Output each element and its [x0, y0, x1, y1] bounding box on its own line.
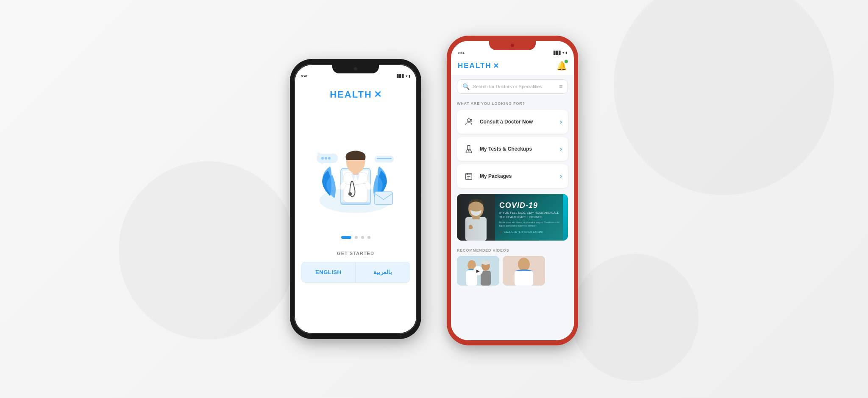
right-status-icons: ▊▊▊ ▾ ▮: [554, 51, 567, 55]
tests-checkups-icon: [463, 143, 475, 155]
covid-teal-accent: [563, 194, 568, 241]
left-app-logo: HEALTH ✕: [330, 89, 381, 100]
welcome-screen: HEALTH ✕: [294, 81, 417, 334]
tests-checkups-arrow: ›: [560, 146, 562, 152]
dot-4: [367, 236, 370, 239]
left-screen-content: HEALTH ✕: [294, 81, 417, 334]
svg-rect-17: [377, 158, 392, 159]
dot-2: [355, 236, 358, 239]
signal-icon: ▊▊▊: [397, 74, 404, 78]
svg-point-20: [348, 192, 352, 196]
svg-point-24: [470, 119, 472, 121]
consult-doctor-icon: [463, 116, 475, 128]
notification-badge: [565, 60, 568, 63]
right-logo-text: HEALTH: [458, 62, 492, 70]
consult-doctor-label: Consult a Doctor Now: [480, 119, 555, 125]
filter-icon[interactable]: ≡: [559, 83, 562, 90]
phone-right: 9:41 ▊▊▊ ▾ ▮ HEALTH ✕: [447, 36, 578, 345]
onboarding-dots: [341, 236, 370, 239]
home-screen: HEALTH ✕ 🔔 🔍 Search for Doctors or Speci…: [451, 57, 574, 341]
svg-point-11: [319, 160, 322, 162]
get-started-label: GET STARTED: [337, 251, 374, 256]
english-button[interactable]: ENGLISH: [301, 262, 356, 282]
left-logo-x: ✕: [374, 89, 381, 100]
section-label-looking-for: WHAT ARE YOU LOOKING FOR?: [451, 98, 574, 108]
svg-rect-18: [375, 192, 392, 205]
language-buttons: ENGLISH بالعربية: [301, 262, 410, 283]
consult-doctor-card[interactable]: Consult a Doctor Now ›: [457, 110, 568, 134]
right-phone-notch: [489, 41, 536, 50]
bg-blob-2: [614, 0, 834, 195]
bg-blob-3: [571, 254, 698, 381]
consult-doctor-arrow: ›: [560, 118, 562, 125]
wifi-icon: ▾: [406, 74, 407, 78]
arabic-button[interactable]: بالعربية: [356, 262, 410, 282]
covid-call-center: 📞 CALL CENTER: 08000 123 456: [499, 230, 564, 234]
svg-rect-40: [515, 271, 533, 286]
svg-rect-31: [457, 194, 495, 241]
right-app-logo: HEALTH ✕: [458, 62, 499, 70]
right-screen-content: HEALTH ✕ 🔔 🔍 Search for Doctors or Speci…: [451, 57, 574, 341]
bg-blob-1: [119, 161, 297, 339]
covid-banner[interactable]: COVID-19 IF YOU FEEL SICK, STAY HOME AND…: [457, 194, 568, 241]
video-thumb-2[interactable]: [503, 256, 545, 286]
left-status-time: 9:41: [301, 74, 308, 78]
right-notch-camera: [511, 44, 514, 47]
svg-point-15: [328, 157, 331, 160]
recommended-videos-section: RECOMMENDED VIDEOS: [451, 245, 574, 287]
recommended-label: RECOMMENDED VIDEOS: [457, 248, 568, 252]
video-thumb-1[interactable]: ▶: [457, 256, 499, 286]
covid-content: COVID-19 IF YOU FEEL SICK, STAY HOME AND…: [495, 194, 568, 241]
tests-checkups-card[interactable]: My Tests & Checkups ›: [457, 137, 568, 161]
tests-checkups-label: My Tests & Checkups: [480, 146, 555, 152]
left-status-icons: ▊▊▊ ▾ ▮: [397, 74, 410, 78]
packages-card[interactable]: My Packages ›: [457, 164, 568, 188]
svg-point-12: [321, 162, 323, 164]
covid-subtitle: IF YOU FEEL SICK, STAY HOME AND CALL THE…: [499, 211, 564, 219]
left-notch-camera: [354, 67, 357, 70]
covid-body-text: Nulla vitae elit libero, a pharetra augu…: [499, 221, 564, 228]
left-logo-text: HEALTH: [330, 89, 372, 100]
battery-icon: ▮: [409, 74, 410, 78]
dot-1: [341, 236, 351, 239]
svg-point-13: [321, 157, 324, 160]
svg-point-25: [468, 150, 470, 152]
covid-title: COVID-19: [499, 202, 564, 209]
phone-icon: 📞: [499, 230, 503, 234]
covid-person-photo: [457, 194, 495, 241]
svg-point-37: [481, 261, 490, 265]
packages-label: My Packages: [480, 173, 555, 179]
left-phone-notch: [332, 64, 379, 73]
home-header: HEALTH ✕ 🔔: [451, 57, 574, 75]
svg-point-39: [518, 258, 530, 271]
phone-left: 9:41 ▊▊▊ ▾ ▮ HEALTH ✕: [290, 59, 421, 339]
dot-3: [361, 236, 364, 239]
scene: 9:41 ▊▊▊ ▾ ▮ HEALTH ✕: [0, 0, 868, 398]
phones-container: 9:41 ▊▊▊ ▾ ▮ HEALTH ✕: [290, 53, 578, 345]
doctor-illustration: [309, 107, 402, 226]
search-bar[interactable]: 🔍 Search for Doctors or Specialities ≡: [457, 79, 568, 94]
search-input[interactable]: Search for Doctors or Specialities: [473, 84, 556, 89]
notification-bell[interactable]: 🔔: [556, 61, 567, 71]
play-button-1[interactable]: ▶: [473, 266, 483, 275]
right-status-time: 9:41: [458, 51, 465, 55]
svg-point-14: [325, 157, 327, 160]
svg-rect-19: [344, 173, 367, 202]
packages-arrow: ›: [560, 173, 562, 179]
right-logo-x: ✕: [493, 62, 499, 70]
svg-point-10: [317, 152, 320, 155]
right-battery-icon: ▮: [565, 51, 567, 55]
svg-rect-8: [341, 202, 370, 205]
search-icon: 🔍: [462, 83, 470, 90]
svg-point-23: [467, 119, 470, 122]
right-signal-icon: ▊▊▊: [554, 51, 561, 55]
packages-icon: [463, 170, 475, 182]
right-wifi-icon: ▾: [562, 51, 564, 55]
video-thumbnails: ▶: [457, 256, 568, 286]
